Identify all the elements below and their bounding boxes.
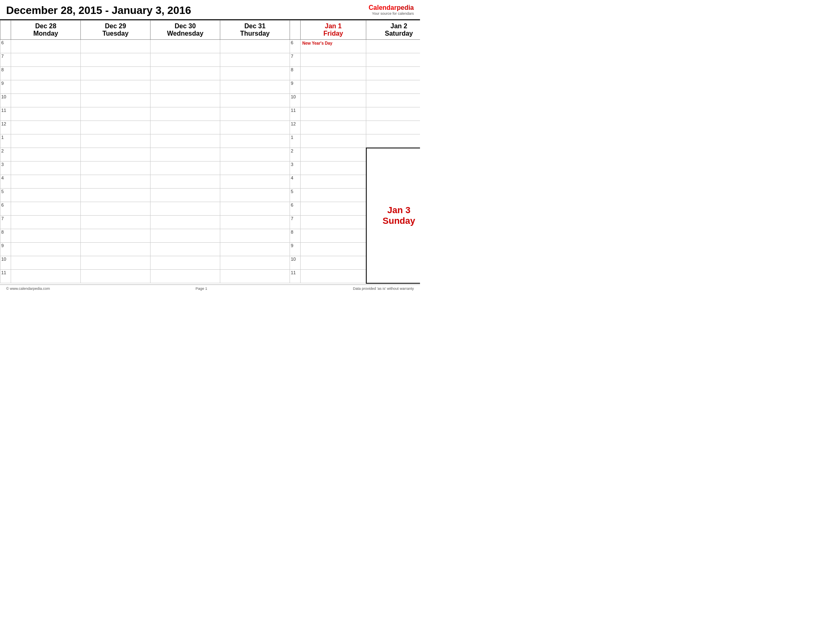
hour-number: 12 [1, 121, 6, 126]
time-label-right: 10 [290, 94, 301, 107]
day-cell [81, 216, 151, 229]
day-cell [220, 243, 290, 256]
day-cell [11, 121, 81, 134]
time-label-right: 9 [290, 80, 301, 94]
time-label-left: 1 [0, 134, 11, 148]
hour-number: 10 [1, 94, 6, 99]
day-cell [81, 40, 151, 53]
time-label-right: 7 [290, 216, 301, 229]
day-cell [11, 175, 81, 189]
day-cell [151, 243, 220, 256]
day-cell [11, 189, 81, 202]
dayname-dec29: Tuesday [82, 30, 149, 37]
day-cell [11, 148, 81, 162]
time-col-header-left [0, 20, 11, 40]
day-cell [81, 94, 151, 107]
day-cell [151, 80, 220, 94]
hour-number: 12 [291, 121, 296, 126]
dayname-dec31: Thursday [221, 30, 288, 37]
day-cell [81, 243, 151, 256]
time-label-left: 12 [0, 121, 11, 134]
day-cell [220, 53, 290, 67]
day-cell [220, 107, 290, 121]
time-row: 1111 [0, 107, 420, 121]
time-label-left: 10 [0, 256, 11, 270]
hour-number: 6 [1, 40, 4, 45]
day-cell [11, 107, 81, 121]
time-row: 1212 [0, 121, 420, 134]
hour-number: 4 [291, 175, 293, 180]
dayname-dec30: Wednesday [152, 30, 219, 37]
time-label-left: 2 [0, 148, 11, 162]
day-cell [81, 162, 151, 175]
jan1-cell [301, 229, 366, 243]
date-dec28: Dec 28 [12, 23, 79, 30]
hour-number: 11 [291, 270, 296, 275]
date-jan1: Jan 1 [302, 23, 365, 30]
day-cell [11, 202, 81, 216]
day-cell [151, 270, 220, 283]
calendar-body: 66New Year's Day7788991010111112121122Ja… [0, 40, 420, 283]
day-cell [220, 67, 290, 80]
hour-number: 11 [291, 108, 296, 113]
day-cell [81, 53, 151, 67]
hour-number: 8 [291, 67, 293, 72]
hour-number: 10 [291, 94, 296, 99]
jan2-cell [366, 67, 420, 80]
hour-number: 7 [291, 216, 293, 221]
day-cell [220, 121, 290, 134]
hour-number: 9 [291, 81, 293, 86]
day-cell [11, 40, 81, 53]
day-cell [11, 67, 81, 80]
time-label-right: 6 [290, 40, 301, 53]
hour-number: 9 [1, 81, 4, 86]
day-cell [220, 134, 290, 148]
time-row: 77 [0, 53, 420, 67]
day-cell [81, 134, 151, 148]
hour-number: 8 [1, 230, 4, 234]
day-cell [220, 94, 290, 107]
time-row: 88 [0, 229, 420, 243]
time-label-right: 7 [290, 53, 301, 67]
time-label-right: 5 [290, 189, 301, 202]
day-cell [11, 229, 81, 243]
day-cell [151, 53, 220, 67]
day-cell [81, 270, 151, 283]
hour-number: 11 [1, 270, 6, 275]
jan2-cell [366, 94, 420, 107]
jan1-cell [301, 162, 366, 175]
jan1-cell [301, 270, 366, 283]
jan2-cell [366, 53, 420, 67]
hour-number: 11 [1, 108, 6, 113]
dayname-jan3: Sunday [368, 216, 420, 226]
footer-right: Data provided 'as is' without warranty [353, 287, 414, 291]
jan1-cell [301, 134, 366, 148]
day-cell [151, 175, 220, 189]
hour-number: 6 [291, 203, 293, 207]
hour-number: 6 [291, 40, 293, 45]
day-cell [81, 148, 151, 162]
time-row: 66New Year's Day [0, 40, 420, 53]
date-dec30: Dec 30 [152, 23, 219, 30]
jan1-cell [301, 256, 366, 270]
logo-accent: pedia [397, 4, 414, 11]
time-label-right: 11 [290, 107, 301, 121]
hour-number: 10 [291, 257, 296, 262]
date-dec29: Dec 29 [82, 23, 149, 30]
day-cell [220, 256, 290, 270]
hour-number: 2 [1, 148, 4, 153]
day-cell [220, 148, 290, 162]
day-cell [81, 107, 151, 121]
footer: © www.calendarpedia.com Page 1 Data prov… [0, 284, 420, 292]
holiday-label: New Year's Day [302, 41, 332, 46]
time-label-left: 11 [0, 107, 11, 121]
time-row: 1010 [0, 256, 420, 270]
day-cell [11, 94, 81, 107]
time-row: 99 [0, 243, 420, 256]
time-label-right: 1 [290, 134, 301, 148]
day-cell [81, 121, 151, 134]
jan1-cell [301, 121, 366, 134]
jan2-cell [366, 107, 420, 121]
day-cell [81, 189, 151, 202]
day-cell [151, 189, 220, 202]
